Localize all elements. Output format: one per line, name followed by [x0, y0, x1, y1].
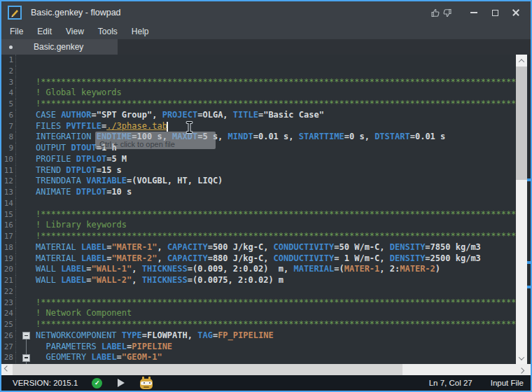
- thumbs-up-icon[interactable]: [430, 8, 441, 18]
- code-editor[interactable]: 123!************************************…: [1, 55, 516, 364]
- code-text[interactable]: CASE AUTHOR="SPT Group", PROJECT=OLGA, T…: [36, 110, 516, 121]
- code-line[interactable]: 19MATERIAL LABEL="MATER-2", CAPACITY=880…: [1, 253, 516, 265]
- line-number: 24: [1, 308, 16, 319]
- code-text[interactable]: TREND DTPLOT=15 s: [36, 165, 516, 176]
- code-text[interactable]: ! Global keywords: [36, 88, 516, 99]
- scroll-up-arrow[interactable]: [516, 55, 527, 66]
- annotation-mark[interactable]: [527, 261, 531, 264]
- code-line[interactable]: 3!**************************************…: [1, 77, 516, 88]
- code-line[interactable]: 18MATERIAL LABEL="MATER-1", CAPACITY=500…: [1, 242, 516, 253]
- minimize-button[interactable]: [463, 3, 484, 22]
- code-line[interactable]: 2: [1, 66, 516, 77]
- code-text[interactable]: [36, 66, 516, 77]
- code-line[interactable]: 17!*************************************…: [1, 231, 516, 242]
- line-number: 13: [1, 187, 16, 198]
- code-line[interactable]: 21WALL LABEL="WALL-2", THICKNESS=(0.0075…: [1, 275, 516, 286]
- line-number: 1: [1, 55, 16, 66]
- close-button[interactable]: [505, 3, 526, 22]
- fold-margin: [16, 220, 36, 231]
- code-text[interactable]: MATERIAL LABEL="MATER-2", CAPACITY=880 J…: [36, 253, 516, 265]
- code-line[interactable]: 13ANIMATE DTPLOT=10 s: [1, 187, 516, 198]
- fold-margin: [16, 264, 36, 275]
- code-line[interactable]: 12TRENDDATA VARIABLE=(VOLGBL, HT, LIQC): [1, 176, 516, 187]
- fold-margin: [16, 176, 36, 187]
- code-line[interactable]: 10PROFILE DTPLOT=5 M: [1, 154, 516, 165]
- code-line[interactable]: 9OUTPUT DTOUT=1 h: [1, 143, 516, 154]
- code-text[interactable]: WALL LABEL="WALL-2", THICKNESS=(0.0075, …: [36, 275, 516, 286]
- code-line[interactable]: 14: [1, 198, 516, 209]
- code-line[interactable]: 8INTEGRATION ENDTIME=100 s, MAXDT=5 s, M…: [1, 132, 516, 143]
- code-line[interactable]: 28 GEOMETRY LABEL="GEOM-1": [1, 352, 516, 363]
- code-text[interactable]: [36, 198, 516, 209]
- code-line[interactable]: 11TREND DTPLOT=15 s: [1, 165, 516, 176]
- annotation-mark[interactable]: [527, 178, 531, 181]
- tab-label: Basic.genkey: [34, 42, 83, 52]
- code-line[interactable]: 7FILES PVTFILE=./3phase.tab: [1, 121, 516, 132]
- line-number: 8: [1, 132, 16, 143]
- code-text[interactable]: [36, 286, 516, 298]
- code-text[interactable]: TRENDDATA VARIABLE=(VOLGBL, HT, LIQC): [36, 176, 516, 187]
- vertical-scroll-thumb[interactable]: [516, 66, 527, 180]
- code-text[interactable]: PROFILE DTPLOT=5 M: [36, 154, 516, 165]
- code-line[interactable]: 5!**************************************…: [1, 99, 516, 110]
- horizontal-scroll-thumb[interactable]: [13, 364, 402, 375]
- code-text[interactable]: !***************************************…: [36, 319, 516, 330]
- code-line[interactable]: 22: [1, 286, 516, 298]
- code-line[interactable]: 26NETWORKCOMPONENT TYPE=FLOWPATH, TAG=FP…: [1, 330, 516, 342]
- code-text[interactable]: GEOMETRY LABEL="GEOM-1": [36, 352, 516, 363]
- tab-basic-genkey[interactable]: Basic.genkey: [1, 39, 118, 55]
- scroll-right-arrow[interactable]: [516, 364, 527, 375]
- code-line[interactable]: 24! Network Component: [1, 308, 516, 319]
- code-text[interactable]: ANIMATE DTPLOT=10 s: [36, 187, 516, 198]
- maximize-button[interactable]: [484, 3, 505, 22]
- code-line[interactable]: 27 PARAMETERS LABEL=PIPELINE: [1, 342, 516, 353]
- code-text[interactable]: !***************************************…: [36, 231, 516, 242]
- code-line[interactable]: 15!*************************************…: [1, 209, 516, 220]
- code-text[interactable]: [36, 55, 516, 66]
- line-number: 12: [1, 176, 16, 187]
- cursor-position-label: Ln 7, Col 27: [429, 379, 472, 387]
- code-text[interactable]: ! Library keywords: [36, 220, 516, 231]
- code-line[interactable]: 25!*************************************…: [1, 319, 516, 330]
- code-line[interactable]: 4! Global keywords: [1, 88, 516, 99]
- code-text[interactable]: FILES PVTFILE=./3phase.tab: [36, 121, 516, 132]
- menu-help[interactable]: Help: [125, 24, 156, 39]
- annotation-mark[interactable]: [527, 286, 531, 288]
- scroll-down-arrow[interactable]: [516, 352, 527, 364]
- code-text[interactable]: !***************************************…: [36, 298, 516, 309]
- scroll-left-arrow[interactable]: [1, 364, 13, 375]
- horizontal-scroll-track[interactable]: [13, 364, 516, 375]
- code-text[interactable]: !***************************************…: [36, 77, 516, 88]
- fold-margin: [16, 187, 36, 198]
- fold-margin: [16, 66, 36, 77]
- line-number: 2: [1, 66, 16, 77]
- code-line[interactable]: 16! Library keywords: [1, 220, 516, 231]
- menu-file[interactable]: File: [3, 24, 30, 39]
- code-line[interactable]: 20WALL LABEL="WALL-1", THICKNESS=(0.009,…: [1, 264, 516, 275]
- code-line[interactable]: 6CASE AUTHOR="SPT Group", PROJECT=OLGA, …: [1, 110, 516, 121]
- run-play-icon[interactable]: [118, 379, 125, 387]
- code-text[interactable]: !***************************************…: [36, 209, 516, 220]
- code-text[interactable]: !***************************************…: [36, 99, 516, 110]
- horizontal-scrollbar[interactable]: [1, 364, 527, 375]
- code-text[interactable]: PARAMETERS LABEL=PIPELINE: [36, 342, 516, 353]
- line-number: 10: [1, 154, 16, 165]
- code-line[interactable]: 1: [1, 55, 516, 66]
- app-pencil-icon: [8, 6, 22, 20]
- vertical-scrollbar[interactable]: [516, 55, 527, 364]
- code-line[interactable]: 23!*************************************…: [1, 298, 516, 309]
- menu-tools[interactable]: Tools: [91, 24, 125, 39]
- fold-toggle[interactable]: [22, 354, 30, 362]
- vertical-scroll-track[interactable]: [516, 66, 527, 352]
- fold-toggle[interactable]: [22, 332, 30, 340]
- annotation-margin: [527, 55, 531, 364]
- line-number: 26: [1, 330, 16, 342]
- menu-edit[interactable]: Edit: [30, 24, 59, 39]
- code-text[interactable]: ! Network Component: [36, 308, 516, 319]
- code-text[interactable]: NETWORKCOMPONENT TYPE=FLOWPATH, TAG=FP_P…: [36, 330, 516, 342]
- code-text[interactable]: WALL LABEL="WALL-1", THICKNESS=(0.009, 2…: [36, 264, 516, 275]
- menu-view[interactable]: View: [59, 24, 91, 39]
- thumbs-down-icon[interactable]: [442, 8, 452, 18]
- robot-icon[interactable]: [140, 379, 153, 389]
- code-text[interactable]: MATERIAL LABEL="MATER-1", CAPACITY=500 J…: [36, 242, 516, 253]
